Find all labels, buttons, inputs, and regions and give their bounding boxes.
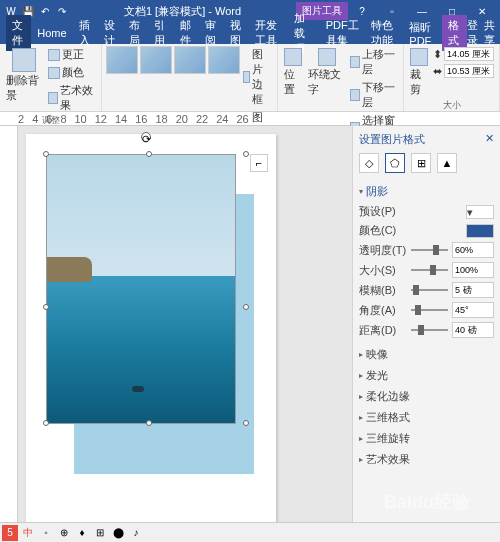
artistic-button[interactable]: 艺术效果 (47, 82, 97, 114)
vertical-ruler[interactable] (0, 126, 18, 536)
style-thumb[interactable] (140, 46, 172, 74)
crop-button[interactable]: 裁剪 (408, 46, 430, 99)
height-icon: ⬍ (433, 48, 442, 61)
picture-content[interactable] (46, 154, 236, 424)
group-size: 大小 (408, 99, 495, 113)
size-slider[interactable] (411, 269, 448, 271)
blur-input[interactable] (452, 282, 494, 298)
size-input[interactable] (452, 262, 494, 278)
layout-options-icon[interactable]: ⌐ (250, 154, 268, 172)
fill-line-tab-icon[interactable]: ◇ (359, 153, 379, 173)
soft-edges-section[interactable]: ▸柔化边缘 (359, 386, 494, 407)
blur-label: 模糊(B) (359, 283, 407, 298)
tray-ime-icon[interactable]: 中 (20, 525, 36, 541)
distance-input[interactable] (452, 322, 494, 338)
color-dropdown[interactable] (466, 224, 494, 238)
tab-home[interactable]: Home (31, 24, 72, 42)
glow-section[interactable]: ▸发光 (359, 365, 494, 386)
preset-dropdown[interactable]: ▾ (466, 205, 494, 219)
style-thumb[interactable] (174, 46, 206, 74)
rotate-handle[interactable]: ⟳ (141, 132, 151, 142)
picture-tab-icon[interactable]: ▲ (437, 153, 457, 173)
shadow-section[interactable]: ▾阴影 (359, 181, 494, 202)
close-icon[interactable]: ✕ (468, 3, 496, 19)
tray-icon[interactable]: ⊞ (92, 525, 108, 541)
transparency-slider[interactable] (411, 249, 448, 251)
distance-label: 距离(D) (359, 323, 407, 338)
resize-handle[interactable] (43, 304, 49, 310)
send-backward-button[interactable]: 下移一层 (349, 79, 399, 111)
angle-input[interactable] (452, 302, 494, 318)
page: ⟳ ⌐ (26, 134, 276, 524)
wrap-text-button[interactable]: 环绕文字 (306, 46, 347, 99)
format-picture-pane: 设置图片格式 ✕ ◇ ⬠ ⊞ ▲ ▾阴影 预设(P) ▾ 颜色(C) 透明度(T… (352, 126, 500, 536)
resize-handle[interactable] (243, 304, 249, 310)
distance-slider[interactable] (411, 329, 448, 331)
tray-icon[interactable]: ◦ (38, 525, 54, 541)
width-input[interactable] (444, 64, 494, 78)
position-button[interactable]: 位置 (282, 46, 304, 99)
angle-label: 角度(A) (359, 303, 407, 318)
3d-rotation-section[interactable]: ▸三维旋转 (359, 428, 494, 449)
color-button[interactable]: 颜色 (47, 64, 97, 81)
preset-label: 预设(P) (359, 204, 407, 219)
undo-icon[interactable]: ↶ (38, 4, 52, 18)
pane-title: 设置图片格式 (359, 132, 425, 147)
transparency-input[interactable] (452, 242, 494, 258)
document-area[interactable]: ⟳ ⌐ (18, 126, 352, 536)
tray-icon[interactable]: ♪ (128, 525, 144, 541)
bring-forward-button[interactable]: 上移一层 (349, 46, 399, 78)
picture-border-button[interactable]: 图片边框 (242, 46, 272, 108)
angle-slider[interactable] (411, 309, 448, 311)
layout-tab-icon[interactable]: ⊞ (411, 153, 431, 173)
3d-format-section[interactable]: ▸三维格式 (359, 407, 494, 428)
reflection-section[interactable]: ▸映像 (359, 344, 494, 365)
tray-icon[interactable]: 5 (2, 525, 18, 541)
resize-handle[interactable] (243, 420, 249, 426)
resize-handle[interactable] (243, 151, 249, 157)
pane-close-icon[interactable]: ✕ (485, 132, 494, 147)
blur-slider[interactable] (411, 289, 448, 291)
tray-icon[interactable]: ⬤ (110, 525, 126, 541)
transparency-label: 透明度(T) (359, 243, 407, 258)
corrections-button[interactable]: 更正 (47, 46, 97, 63)
picture-styles-gallery[interactable] (106, 46, 240, 74)
tray-icon[interactable]: ⊕ (56, 525, 72, 541)
tray-icon[interactable]: ♦ (74, 525, 90, 541)
remove-background-button[interactable]: 删除背景 (4, 46, 45, 105)
resize-handle[interactable] (43, 151, 49, 157)
style-thumb[interactable] (208, 46, 240, 74)
size-label: 大小(S) (359, 263, 407, 278)
artistic-effects-section[interactable]: ▸艺术效果 (359, 449, 494, 470)
color-label: 颜色(C) (359, 223, 407, 238)
resize-handle[interactable] (43, 420, 49, 426)
width-icon: ⬌ (433, 65, 442, 78)
style-thumb[interactable] (106, 46, 138, 74)
resize-handle[interactable] (146, 420, 152, 426)
selected-picture[interactable]: ⟳ ⌐ (46, 154, 246, 454)
effects-tab-icon[interactable]: ⬠ (385, 153, 405, 173)
redo-icon[interactable]: ↷ (55, 4, 69, 18)
height-input[interactable] (444, 47, 494, 61)
resize-handle[interactable] (146, 151, 152, 157)
